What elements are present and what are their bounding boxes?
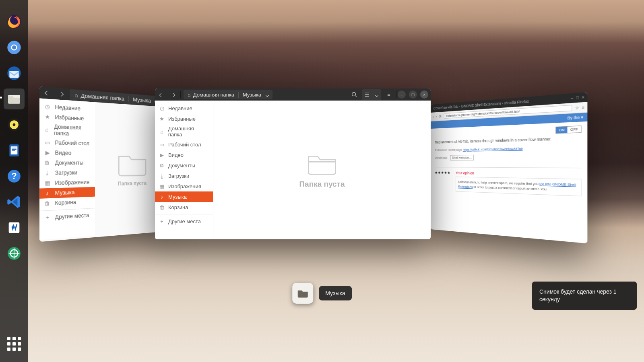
dock-vscode[interactable] <box>4 191 25 212</box>
switcher-active-app: Музыка <box>292 283 352 304</box>
svg-rect-13 <box>12 150 15 151</box>
empty-message: Папка пуста <box>299 180 345 189</box>
close-button[interactable]: × <box>420 90 428 99</box>
dock-help[interactable]: ? <box>4 166 25 187</box>
dock-virtualbox[interactable] <box>4 217 25 238</box>
dock-remmina[interactable] <box>4 243 25 264</box>
nav-forward-button[interactable] <box>167 89 179 100</box>
sidebar-videos[interactable]: ▶Видео <box>155 150 213 160</box>
sidebar-home[interactable]: ⌂Домашняя папка <box>155 124 213 139</box>
sidebar-desktop[interactable]: ▭Рабочий стол <box>155 139 213 150</box>
show-applications-button[interactable] <box>7 337 21 351</box>
sidebar: ◷Недавние ★Избранные ⌂Домашняя папка ▭Ра… <box>155 101 213 239</box>
close-button[interactable]: × <box>582 95 584 100</box>
view-options-button[interactable] <box>373 89 381 100</box>
rating-stars: ★★★★★ <box>435 171 450 191</box>
dock-chromium[interactable] <box>4 37 25 58</box>
coverflow-window-right[interactable]: Coverflow Alt-Tab - GNOME Shell Extensio… <box>431 92 587 243</box>
coverflow-window-left[interactable]: ⌂Домашняя папка Музыка ◷Недавние ★Избран… <box>39 86 167 242</box>
menu-icon[interactable]: ≡ <box>582 105 584 109</box>
svg-rect-16 <box>9 222 20 233</box>
sidebar-starred[interactable]: ★Избранные <box>155 113 213 124</box>
svg-rect-11 <box>12 148 17 148</box>
search-button[interactable] <box>349 89 360 100</box>
minimize-button[interactable]: – <box>571 96 573 101</box>
titlebar: ⌂Домашняя папка Музыка ☰ ≡ – □ × <box>155 88 431 101</box>
content-area: Папка пуста <box>213 101 431 239</box>
nav-forward-button[interactable]: › <box>436 114 437 118</box>
coverflow-window-center[interactable]: ⌂Домашняя папка Музыка ☰ ≡ – □ × ◷Недавн… <box>155 88 431 239</box>
bookmark-icon[interactable]: ☆ <box>575 105 579 110</box>
svg-text:?: ? <box>11 171 17 181</box>
sidebar-downloads[interactable]: ⭳Загрузки <box>155 171 213 181</box>
sidebar-documents[interactable]: 🗎Документы <box>39 158 95 168</box>
sidebar-recent[interactable]: ◷Недавние <box>155 103 213 113</box>
home-icon: ⌂ <box>188 92 191 98</box>
nav-forward-button[interactable] <box>54 87 68 101</box>
breadcrumb[interactable]: ⌂Домашняя папка Музыка <box>184 90 272 99</box>
empty-message: Папка пуста <box>118 180 147 187</box>
nav-back-button[interactable] <box>40 86 54 100</box>
shell-version-select[interactable]: Shell version… <box>450 155 474 160</box>
maximize-button[interactable]: □ <box>409 90 417 99</box>
page-content: ONOFF Replacement of Alt-Tab, iterates t… <box>431 121 587 201</box>
dock-firefox[interactable] <box>4 11 25 32</box>
dock-thunderbird[interactable] <box>4 63 25 84</box>
nav-back-button[interactable]: ‹ <box>433 115 434 119</box>
view-list-button[interactable]: ☰ <box>362 89 372 100</box>
sidebar-trash[interactable]: 🗑Корзина <box>39 197 95 209</box>
dock: ? <box>0 0 28 362</box>
dock-files[interactable] <box>4 88 25 109</box>
minimize-button[interactable]: – <box>398 90 406 99</box>
sidebar-music[interactable]: ♪Музыка <box>155 191 213 202</box>
dock-libreoffice-writer[interactable] <box>4 140 25 161</box>
svg-point-19 <box>352 93 356 96</box>
maximize-button[interactable]: □ <box>576 95 579 100</box>
sidebar-trash[interactable]: 🗑Корзина <box>155 202 213 212</box>
dock-rhythmbox[interactable] <box>4 114 25 135</box>
sidebar-videos[interactable]: ▶Видео <box>39 148 95 158</box>
reload-button[interactable]: ⟳ <box>439 114 442 119</box>
switcher-app-icon <box>292 283 313 304</box>
extension-homepage-link[interactable]: https://github.com/dmo60/CoverflowAltTab <box>463 146 523 151</box>
svg-point-8 <box>13 123 16 126</box>
sidebar-downloads[interactable]: ⭳Загрузки <box>39 168 95 178</box>
sidebar-desktop[interactable]: ▭Рабочий стол <box>39 138 95 149</box>
home-icon: ⌂ <box>74 92 78 99</box>
svg-point-3 <box>12 45 16 49</box>
svg-rect-12 <box>12 149 17 150</box>
sidebar-other[interactable]: +Другие места <box>155 216 213 226</box>
extension-toggle[interactable]: ONOFF <box>555 125 581 134</box>
switcher-app-label: Музыка <box>319 286 352 300</box>
folder-empty-icon <box>305 152 339 176</box>
hamburger-menu-button[interactable]: ≡ <box>383 89 394 100</box>
nav-back-button[interactable] <box>155 89 167 100</box>
sidebar-home[interactable]: ⌂Домашняя папка <box>39 121 95 139</box>
sidebar-documents[interactable]: 🗎Документы <box>155 160 213 171</box>
screenshot-countdown-notification: Снимок будет сделан через 1 секунду <box>532 282 637 310</box>
sidebar: ◷Недавние ★Избранные ⌂Домашняя папка ▭Ра… <box>39 99 95 240</box>
sidebar-other[interactable]: +Другие места <box>39 210 95 223</box>
svg-line-20 <box>355 96 357 97</box>
sidebar-pictures[interactable]: ▦Изображения <box>155 181 213 191</box>
